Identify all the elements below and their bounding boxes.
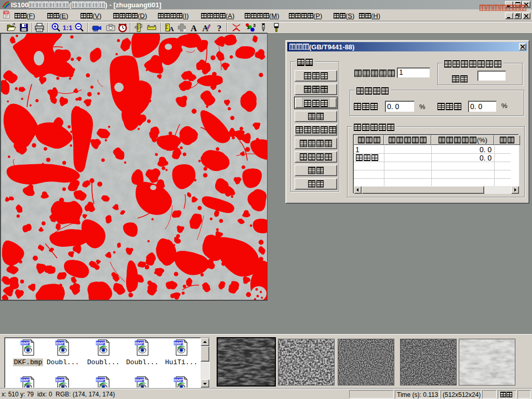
svg-text:BMP: BMP: [135, 341, 144, 345]
svg-text:BMP: BMP: [21, 378, 30, 382]
svg-text:3: 3: [253, 23, 256, 28]
svg-text:DOC: DOC: [4, 12, 9, 15]
svg-text:A: A: [191, 23, 197, 33]
svg-text:BMP: BMP: [174, 378, 183, 382]
svg-text:A: A: [169, 25, 174, 33]
svg-text:BMP: BMP: [56, 378, 64, 382]
svg-text:?: ?: [217, 23, 222, 33]
svg-text:BMP: BMP: [56, 341, 64, 345]
svg-text:BMP: BMP: [21, 341, 30, 345]
svg-text:BMP: BMP: [174, 341, 183, 345]
svg-text:BMP: BMP: [135, 378, 144, 382]
svg-text:1: 1: [247, 25, 249, 30]
svg-text:1:1: 1:1: [63, 24, 73, 32]
svg-text:BMP: BMP: [96, 378, 105, 382]
svg-text:BMP: BMP: [96, 341, 105, 345]
